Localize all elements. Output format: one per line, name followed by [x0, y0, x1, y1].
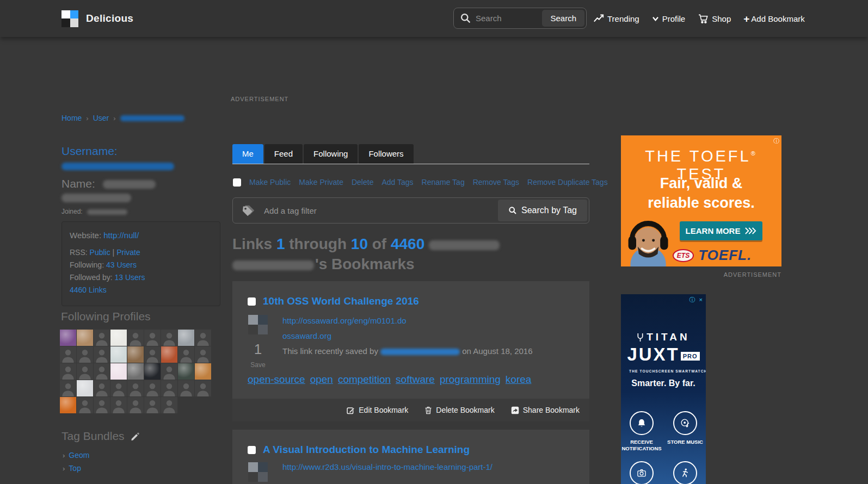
select-all-checkbox[interactable] — [233, 178, 241, 187]
avatar-placeholder[interactable] — [195, 330, 211, 346]
avatar-placeholder[interactable] — [144, 346, 161, 363]
bookmark-checkbox[interactable] — [248, 297, 256, 306]
learn-more-button[interactable]: LEARN MORE — [680, 221, 762, 240]
avatar-photo[interactable] — [110, 363, 127, 380]
avatar-placeholder[interactable] — [178, 380, 194, 396]
avatar-placeholder[interactable] — [161, 363, 177, 380]
tag-link[interactable]: open — [310, 374, 333, 385]
links-total-link[interactable]: 4460 Links — [70, 286, 107, 294]
avatar-photo[interactable] — [110, 330, 127, 346]
avatar-photo[interactable] — [60, 397, 76, 413]
tab-feed[interactable]: Feed — [264, 144, 303, 164]
toefl-ad-headline: Fair, valid & reliable scores. — [621, 173, 781, 213]
followers-count-link[interactable]: 13 Users — [114, 273, 145, 282]
avatar-placeholder[interactable] — [161, 397, 177, 413]
delete-bookmark-button[interactable]: Delete Bookmark — [424, 406, 494, 414]
titan-ad[interactable]: ⓘ × TITAN JUXTPRO THE TOUCHSCREEN SMARTW… — [621, 294, 706, 484]
avatar-photo[interactable] — [178, 330, 194, 346]
tag-link[interactable]: open-source — [248, 374, 305, 385]
tab-followers[interactable]: Followers — [359, 144, 413, 164]
action-rename-tag[interactable]: Rename Tag — [422, 178, 465, 187]
avatar-photo[interactable] — [127, 363, 144, 380]
avatar-photo[interactable] — [110, 346, 127, 363]
avatar-placeholder[interactable] — [94, 330, 110, 346]
nav-profile[interactable]: Profile — [652, 14, 686, 23]
nav-shop[interactable]: Shop — [698, 14, 731, 24]
avatar-placeholder[interactable] — [127, 330, 144, 346]
avatar-photo[interactable] — [60, 330, 76, 346]
toefl-ad[interactable]: ⓘ THE TOEFL® TEST Fair, valid & reliable… — [621, 135, 781, 266]
avatar-photo[interactable] — [77, 380, 93, 396]
avatar-placeholder[interactable] — [60, 380, 76, 396]
avatar-photo[interactable] — [161, 346, 177, 363]
avatar-placeholder[interactable] — [60, 346, 76, 363]
trash-icon — [424, 406, 432, 414]
tag-link[interactable]: competition — [338, 374, 391, 385]
avatar-placeholder[interactable] — [161, 380, 177, 396]
avatar-photo[interactable] — [144, 363, 161, 380]
action-remove-tags[interactable]: Remove Tags — [473, 178, 519, 187]
avatar-placeholder[interactable] — [94, 346, 110, 363]
nav-add-bookmark[interactable]: + Add Bookmark — [743, 14, 805, 24]
rss-private-link[interactable]: Private — [116, 248, 140, 257]
breadcrumb-user[interactable]: User — [93, 114, 109, 122]
tab-me[interactable]: Me — [232, 144, 263, 164]
share-bookmark-button[interactable]: Share Bookmark — [511, 406, 580, 414]
avatar-placeholder[interactable] — [94, 363, 110, 380]
bookmark-url-link[interactable]: http://www.r2d3.us/visual-intro-to-machi… — [282, 462, 493, 471]
action-make-private[interactable]: Make Private — [299, 178, 343, 187]
breadcrumb-home[interactable]: Home — [61, 114, 82, 122]
search-button[interactable]: Search — [542, 10, 584, 27]
tag-link[interactable]: programming — [440, 374, 501, 385]
tag-bundle-geom[interactable]: › Geom — [63, 451, 89, 460]
action-add-tags[interactable]: Add Tags — [381, 178, 413, 187]
avatar-placeholder[interactable] — [110, 397, 127, 413]
avatar-placeholder[interactable] — [77, 346, 93, 363]
avatar-photo[interactable] — [77, 330, 93, 346]
bookmark-title-link[interactable]: 10th OSS World Challenge 2016 — [263, 295, 419, 307]
pencil-icon[interactable] — [130, 431, 140, 442]
bookmark-checkbox[interactable] — [248, 446, 256, 454]
action-delete[interactable]: Delete — [352, 178, 373, 187]
avatar-placeholder[interactable] — [94, 380, 110, 396]
avatar-placeholder[interactable] — [144, 397, 161, 413]
search-by-tag-button[interactable]: Search by Tag — [498, 200, 587, 221]
avatar-placeholder[interactable] — [144, 330, 161, 346]
tag-bundle-top[interactable]: › Top — [63, 464, 81, 473]
nav-trending[interactable]: Trending — [593, 14, 639, 23]
avatar-photo[interactable] — [178, 363, 194, 380]
bookmark-domain-link[interactable]: ossaward.org — [282, 331, 533, 340]
following-count-link[interactable]: 43 Users — [106, 260, 137, 269]
action-remove-duplicate-tags[interactable]: Remove Duplicate Tags — [527, 178, 608, 187]
avatar-photo[interactable] — [127, 346, 144, 363]
search-input[interactable] — [476, 14, 540, 23]
adchoices-icon[interactable]: ⓘ — [773, 137, 779, 145]
bookmark-url-link[interactable]: http://ossaward.org/eng/m0101.do — [282, 316, 533, 325]
edit-bookmark-button[interactable]: Edit Bookmark — [347, 406, 408, 414]
avatar-placeholder[interactable] — [195, 346, 211, 363]
avatar-placeholder[interactable] — [60, 363, 76, 380]
avatar-photo[interactable] — [195, 363, 211, 380]
avatar-placeholder[interactable] — [178, 346, 194, 363]
avatar-placeholder[interactable] — [161, 330, 177, 346]
tab-following[interactable]: Following — [304, 144, 358, 164]
avatar-placeholder[interactable] — [195, 380, 211, 396]
links-total-count: 4460 — [391, 235, 424, 252]
avatar-placeholder[interactable] — [127, 380, 144, 396]
tag-link[interactable]: korea — [506, 374, 532, 385]
rss-public-link[interactable]: Public — [90, 248, 110, 257]
avatar-placeholder[interactable] — [94, 397, 110, 413]
edit-icon — [347, 406, 355, 414]
delicious-logo[interactable]: Delicious — [61, 0, 133, 37]
avatar-placeholder[interactable] — [127, 397, 144, 413]
bookmark-title-link[interactable]: A Visual Introduction to Machine Learnin… — [263, 444, 470, 456]
avatar-placeholder[interactable] — [77, 397, 93, 413]
ad-info-close-icons[interactable]: ⓘ × — [690, 296, 704, 304]
website-link[interactable]: http://null/ — [103, 231, 139, 240]
tag-filter-input[interactable] — [264, 206, 496, 215]
avatar-placeholder[interactable] — [110, 380, 127, 396]
action-make-public[interactable]: Make Public — [249, 178, 291, 187]
avatar-placeholder[interactable] — [144, 380, 161, 396]
tag-link[interactable]: software — [396, 374, 435, 385]
avatar-placeholder[interactable] — [77, 363, 93, 380]
